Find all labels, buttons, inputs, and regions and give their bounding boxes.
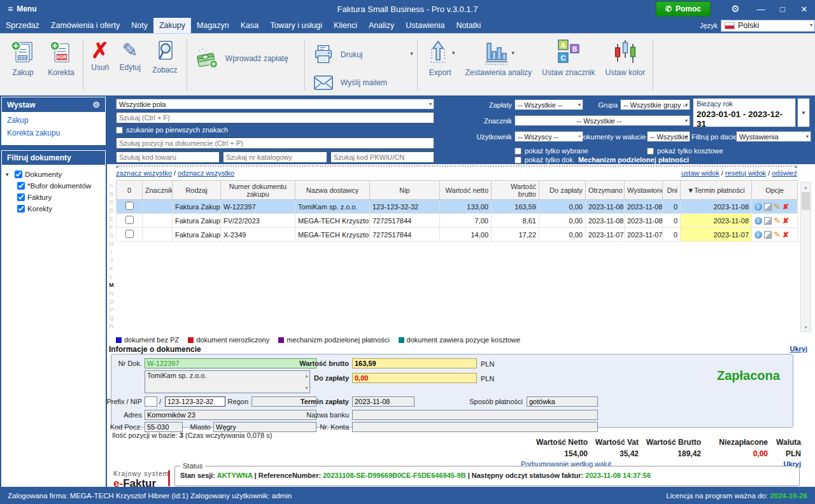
sidebar-link-zakup[interactable]: Zakup: [2, 114, 105, 127]
deselect-all-link[interactable]: odznacz wszystko: [178, 169, 234, 177]
menu-zakupy[interactable]: Zakupy: [153, 18, 191, 33]
alphabet-letter[interactable]: B: [110, 190, 113, 199]
alphabet-letter[interactable]: A: [110, 182, 113, 190]
header-row-number[interactable]: 0: [117, 181, 143, 200]
alphabet-letter[interactable]: Q: [109, 314, 113, 323]
prefix-field[interactable]: [145, 396, 157, 407]
info-icon[interactable]: i: [755, 217, 762, 225]
search-fields-select[interactable]: Wszystkie pola ▾: [116, 99, 434, 109]
tree-item-korekty[interactable]: Korekty: [6, 203, 103, 214]
alphabet-letter[interactable]: N: [110, 290, 114, 298]
delete-button[interactable]: ✗ Usuń: [86, 35, 115, 74]
alphabet-letter[interactable]: D: [110, 207, 114, 215]
reset-view-link[interactable]: resetuj widok: [725, 169, 766, 177]
termin-zaplaty-field[interactable]: [352, 396, 415, 407]
tree-item-dokumenty[interactable]: ▾ Dokumenty: [6, 169, 103, 180]
only-selected-checkbox[interactable]: pokaż tylko wybrane: [514, 147, 588, 155]
menu-analizy[interactable]: Analizy: [363, 18, 400, 33]
header-wystawiono[interactable]: Wystawiono: [625, 181, 663, 200]
preview-icon[interactable]: [764, 231, 772, 239]
alphabet-letter[interactable]: F: [110, 223, 113, 232]
refresh-link[interactable]: odśwież: [772, 169, 797, 177]
analysis-reports-button[interactable]: ▾ Zestawienia analizy: [460, 35, 537, 79]
new-correction-button[interactable]: KOR Korekta: [42, 35, 80, 79]
header-nip[interactable]: Nip: [370, 181, 440, 200]
info-icon[interactable]: i: [755, 231, 762, 239]
export-dropdown-arrow[interactable]: ▾: [452, 50, 455, 56]
alphabet-strip[interactable]: ABCDEFGHIJKLMNOPQR: [108, 182, 115, 331]
scroll-down-icon[interactable]: ▼: [304, 386, 309, 390]
header-netto[interactable]: Wartość netto: [440, 181, 492, 200]
delete-icon[interactable]: ✘: [783, 217, 789, 225]
tree-checkbox-bufor[interactable]: [17, 182, 25, 190]
menu-button[interactable]: ≡ Menu: [0, 0, 45, 18]
tree-item-bufor[interactable]: *Bufor dokumentów: [6, 180, 103, 192]
menu-ustawienia[interactable]: Ustawienia: [400, 18, 450, 33]
first-chars-checkbox[interactable]: szukanie po pierwszych znakach: [116, 126, 228, 134]
edit-button[interactable]: ✎ Edytuj: [115, 35, 146, 74]
row-checkbox[interactable]: [125, 202, 134, 210]
tree-checkbox-dokumenty[interactable]: [15, 171, 22, 178]
delete-icon[interactable]: ✘: [783, 203, 789, 211]
preview-icon[interactable]: [764, 217, 772, 225]
set-color-button[interactable]: Ustaw kolor: [600, 35, 650, 79]
panel-gear-icon[interactable]: ⚙: [92, 100, 100, 109]
uzytkownik-select[interactable]: -- Wszyscy --▾: [514, 131, 583, 142]
vertical-scrollbar[interactable]: ▲ ▼: [800, 182, 811, 332]
only-cost-checkbox-input[interactable]: [647, 148, 654, 155]
export-button[interactable]: ▾ Export: [420, 35, 460, 79]
search-catalog-number-input[interactable]: [223, 151, 327, 163]
menu-klienci[interactable]: Klienci: [328, 18, 363, 33]
close-button[interactable]: ✕: [793, 0, 815, 18]
edit-icon[interactable]: ✎: [774, 231, 781, 239]
filtruj-po-dacie-select[interactable]: Wystawienia▾: [736, 131, 811, 142]
search-product-code-input[interactable]: [116, 151, 220, 163]
delete-icon[interactable]: ✘: [783, 231, 789, 239]
only-selected-checkbox-input[interactable]: [514, 148, 521, 155]
help-button[interactable]: ✆ Pomoc: [656, 1, 711, 17]
scroll-left-arrow-icon[interactable]: ▴: [116, 164, 118, 169]
scroll-right-arrow-icon[interactable]: ▴: [795, 164, 797, 169]
menu-towary[interactable]: Towary i usługi: [264, 18, 328, 33]
alphabet-letter[interactable]: I: [111, 248, 113, 256]
header-otrzymano[interactable]: Otrzymano: [586, 181, 625, 200]
settings-gear-icon[interactable]: ⚙: [725, 0, 746, 18]
edit-icon[interactable]: ✎: [774, 203, 781, 211]
edit-icon[interactable]: ✎: [774, 217, 781, 225]
grupa-select[interactable]: -- Wszystkie grupy --▾: [620, 99, 690, 110]
only-split-payment-checkbox[interactable]: pokaż tylko dok. Mechanizm podzielonej p…: [514, 156, 689, 164]
print-dropdown-arrow[interactable]: ▾: [410, 50, 413, 57]
send-mail-button[interactable]: Wyślij mailem: [308, 69, 415, 96]
only-cost-checkbox[interactable]: pokaż tylko kosztowe: [647, 147, 723, 155]
table-row[interactable]: Faktura Zakupu FV/22/2023 MEGA-TECH Krzy…: [117, 214, 798, 228]
header-termin[interactable]: ▼Termin płatności: [681, 181, 752, 200]
minimize-button[interactable]: —: [750, 0, 772, 18]
menu-zamowienia[interactable]: Zamówienia i oferty: [45, 18, 125, 33]
alphabet-letter[interactable]: P: [110, 306, 113, 314]
preview-icon[interactable]: [764, 203, 772, 211]
waluta-select[interactable]: -- Wszystkie -▾: [647, 131, 690, 142]
set-marker-button[interactable]: A B C Ustaw znacznik: [537, 35, 600, 79]
alphabet-letter[interactable]: M: [109, 281, 114, 290]
print-button[interactable]: Drukuj: [308, 40, 415, 69]
do-zaplaty-field[interactable]: [352, 373, 477, 383]
menu-sprzedaz[interactable]: Sprzedaż: [0, 18, 45, 33]
search-positions-input[interactable]: [116, 137, 434, 149]
set-view-link[interactable]: ustaw widok: [681, 169, 719, 177]
tree-expand-icon[interactable]: ▾: [6, 171, 12, 178]
alphabet-letter[interactable]: G: [109, 232, 113, 240]
alphabet-letter[interactable]: R: [110, 323, 114, 331]
sidebar-link-korekta-zakupu[interactable]: Korekta zakupu: [2, 127, 105, 139]
tree-checkbox-faktury[interactable]: [17, 193, 25, 201]
language-select[interactable]: Polski ▾: [721, 20, 815, 32]
alphabet-letter[interactable]: J: [110, 256, 113, 265]
header-dostawca[interactable]: Nazwa dostawcy: [295, 181, 370, 200]
search-pkwiu-input[interactable]: [330, 151, 434, 163]
menu-noty[interactable]: Noty: [125, 18, 153, 33]
alphabet-letter[interactable]: E: [110, 215, 113, 223]
row-checkbox[interactable]: [125, 230, 134, 238]
kod-pocz-field[interactable]: [145, 422, 183, 432]
wartosc-brutto-field[interactable]: [352, 358, 477, 368]
scroll-up-arrow-icon[interactable]: ▲: [804, 183, 808, 192]
select-all-link[interactable]: zaznacz wszystko: [116, 169, 172, 177]
